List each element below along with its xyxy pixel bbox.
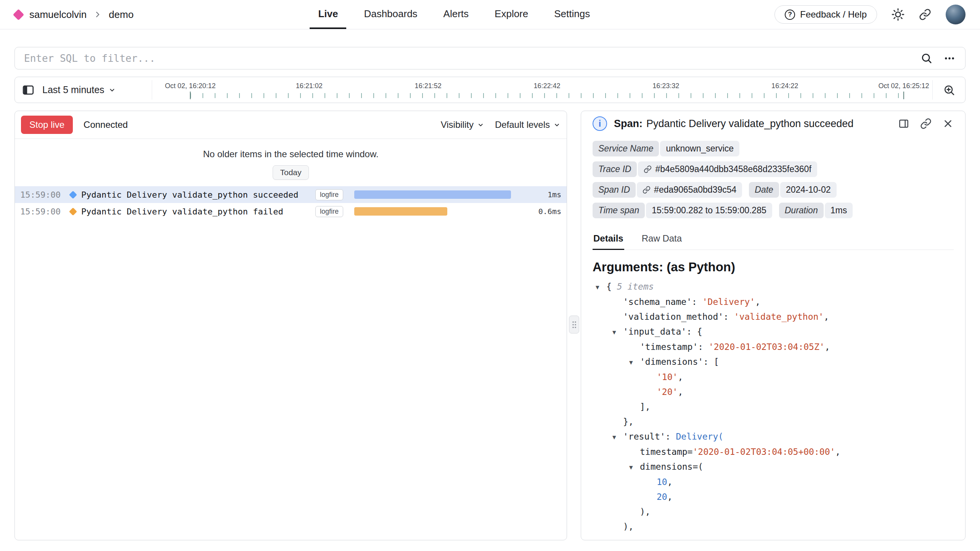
sidebar-toggle-icon[interactable] [22,84,35,97]
token-string: '2020-01-02T03:04:05+00:00' [692,447,835,457]
log-row[interactable]: 15:59:00Pydantic Delivery validate_pytho… [15,186,567,203]
close-icon[interactable] [942,118,954,129]
breadcrumb-org[interactable]: samuelcolvin [29,9,87,21]
detail-tab-details[interactable]: Details [593,231,624,250]
detail-tabs: DetailsRaw Data [593,231,954,250]
panel-resize-handle[interactable] [569,316,579,334]
token-plain: dimensions=( [640,462,703,472]
question-icon: ? [785,10,795,20]
log-tag-chip[interactable]: logfire [315,206,343,217]
span-title-text: Pydantic Delivery validate_python succee… [646,118,853,129]
drag-dots-icon [572,321,577,329]
time-range-label: Last 5 minutes [42,84,104,95]
timeline[interactable]: Oct 02, 16:20:1216:21:0216:21:5216:22:42… [152,77,932,103]
copy-link-icon[interactable] [920,118,932,129]
token-plain: 'result': [623,432,676,441]
link-icon [643,186,651,194]
sql-filter-input[interactable] [24,53,910,64]
token-plain: 'validation_method': [623,312,734,322]
token-plain: ), [623,522,634,532]
tree-line: ▾{ 5 items [593,279,954,295]
span-title: Span:Pydantic Delivery validate_python s… [614,118,853,130]
collapse-caret-icon[interactable]: ▾ [596,280,606,295]
tree-line: 'schema_name': 'Delivery', [593,295,954,309]
token-plain: ), [640,507,651,517]
nav-tab-explore[interactable]: Explore [486,0,537,29]
visibility-dropdown[interactable]: Visibility [441,119,484,130]
log-duration: 1ms [533,190,567,199]
feedback-help-button[interactable]: ? Feedback / Help [774,5,877,24]
span-detail-panel: i Span:Pydantic Delivery validate_python… [581,111,966,540]
default-levels-label: Default levels [495,119,550,130]
arguments-heading: Arguments: (as Python) [593,260,954,274]
token-plain: 'schema_name': [623,297,702,307]
day-chip[interactable]: Today [273,165,308,180]
timeline-tick-label: 16:24:22 [771,82,798,90]
nav-tab-dashboards[interactable]: Dashboards [355,0,426,29]
log-row[interactable]: 15:59:00Pydantic Delivery validate_pytho… [15,203,567,220]
tree-line: 'validation_method': 'validate_python', [593,309,954,324]
log-tag-chip[interactable]: logfire [315,189,343,200]
attr-label: Service Name [593,141,659,156]
collapse-caret-icon[interactable]: ▾ [629,460,640,475]
attr-time-span: Time span15:59:00.282 to 15:59:00.285 [593,203,772,218]
search-icon[interactable] [921,52,932,64]
token-plain: , [667,477,673,487]
timeline-tick-label: 16:22:42 [533,82,560,90]
sql-filter-bar [14,47,966,69]
live-view-header: Stop live Connected Visibility Default l… [15,111,567,139]
attr-span-id: Span ID#eda9065a0bd39c54 [593,182,742,198]
theme-toggle-button[interactable] [892,8,904,21]
attr-label: Time span [593,203,645,218]
token-number: 20 [657,492,667,502]
timeline-start-marker [190,92,191,99]
attr-value[interactable]: #eda9065a0bd39c54 [637,182,742,198]
arguments-tree: ▾{ 5 items'schema_name': 'Delivery','val… [593,279,954,532]
link-icon [919,8,931,21]
attr-row: Service Nameunknown_service [593,141,954,156]
log-timestamp: 15:59:00 [15,207,64,216]
chevron-right-icon [93,10,102,19]
tree-line: 20, [593,490,954,504]
timeline-tick-label: Oct 02, 16:20:12 [165,82,215,90]
attr-value[interactable]: #b4e5809a440dbb3458e68d2335fe360f [638,161,817,177]
logfire-logo-icon[interactable] [13,9,24,20]
stop-live-button[interactable]: Stop live [21,116,73,134]
tree-line: timestamp='2020-01-02T03:04:05+00:00', [593,445,954,459]
visibility-label: Visibility [441,119,474,130]
more-options-icon[interactable] [943,52,956,65]
nav-tab-live[interactable]: Live [310,0,346,29]
user-avatar[interactable] [946,5,966,24]
token-plain: , [824,312,829,322]
time-range-dropdown[interactable]: Last 5 minutes [42,84,116,95]
breadcrumb: samuelcolvin demo [14,0,133,29]
token-meta: 5 items [617,282,654,292]
token-plain: ], [640,402,651,412]
log-duration: 0.6ms [533,207,567,216]
detail-tab-raw-data[interactable]: Raw Data [641,231,683,250]
share-link-button[interactable] [919,8,931,21]
breadcrumb-project[interactable]: demo [109,9,133,21]
nav-tab-settings[interactable]: Settings [546,0,598,29]
token-plain: , [835,447,840,457]
timeline-zoom-button[interactable] [932,80,965,100]
token-string: '20' [657,387,678,397]
zoom-in-icon [943,84,955,96]
default-levels-dropdown[interactable]: Default levels [495,119,561,130]
log-rows: 15:59:00Pydantic Delivery validate_pytho… [15,186,567,220]
tree-line: '20', [593,385,954,400]
nav-tab-alerts[interactable]: Alerts [435,0,477,29]
collapse-caret-icon[interactable]: ▾ [612,325,623,340]
span-attributes: Service Nameunknown_serviceTrace ID#b4e5… [593,141,954,223]
attr-label: Trace ID [593,161,637,177]
log-message: Pydantic Delivery validate_python succee… [81,190,315,200]
side-panel-icon[interactable] [898,118,909,129]
collapse-caret-icon[interactable]: ▾ [612,430,623,445]
live-view-body: No older items in the selected time wind… [15,139,567,540]
attr-row: Time span15:59:00.282 to 15:59:00.285Dur… [593,203,954,218]
timeline-ticks [190,93,904,98]
tree-line: 10, [593,475,954,490]
timeline-tick-label: 16:21:52 [415,82,442,90]
collapse-caret-icon[interactable]: ▾ [629,355,640,370]
span-title-prefix: Span: [614,118,643,129]
